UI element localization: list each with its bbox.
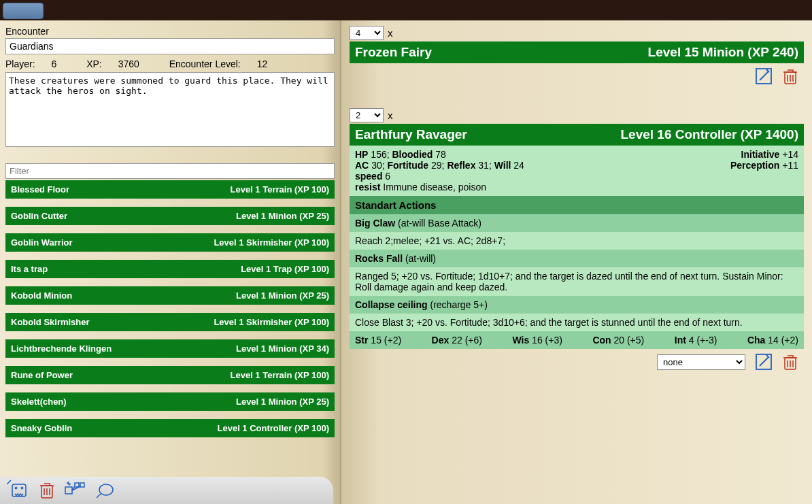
new-monster-icon[interactable] [7,480,30,501]
bottom-toolbar [0,477,333,504]
svg-rect-2 [65,487,72,494]
encounter-notes[interactable]: These creatures were summoned to guard t… [5,72,335,147]
creature2-qty-select[interactable]: 2 [350,108,384,122]
list-item[interactable]: Its a trapLevel 1 Trap (XP 100) [5,260,335,278]
edit-icon[interactable] [755,353,773,371]
list-item[interactable]: Kobold SkirmisherLevel 1 Skirmisher (XP … [5,313,335,331]
list-item[interactable]: Goblin CutterLevel 1 Minion (XP 25) [5,207,335,225]
encounter-label: Encounter [5,26,335,37]
creature1-name: Frozen Fairy [355,45,432,60]
action-row: Rocks Fall (at-will) [350,250,804,267]
delete-icon[interactable] [782,67,798,85]
search-icon[interactable] [94,480,116,501]
creature1-header: Frozen Fairy Level 15 Minion (XP 240) [350,41,804,63]
edit-icon[interactable] [755,67,773,85]
creature2-header: Earthfury Ravager Level 16 Controller (X… [350,124,804,146]
list-item[interactable]: Blessed FloorLevel 1 Terrain (XP 100) [5,180,335,199]
list-item[interactable]: Sneaky GoblinLevel 1 Controller (XP 100) [5,419,335,437]
left-page: Encounter Player: 6 XP: 3760 Encounter L… [0,20,340,504]
svg-rect-0 [12,484,26,497]
delete-icon[interactable] [782,353,798,371]
monster-list[interactable]: Blessed FloorLevel 1 Terrain (XP 100) Go… [5,180,335,466]
encounter-info-row: Player: 6 XP: 3760 Encounter Level: 12 [5,58,335,69]
theme-select[interactable]: none [657,354,745,370]
creature1-qty-select[interactable]: 4 [350,26,384,40]
layout-icon[interactable] [64,480,86,501]
book-container: Encounter Player: 6 XP: 3760 Encounter L… [0,20,812,504]
action-desc: Close Blast 3; +20 vs. Fortitude; 3d10+6… [350,314,804,331]
creature1-meta: Level 15 Minion (XP 240) [648,45,798,60]
action-desc: Ranged 5; +20 vs. Fortitude; 1d10+7; and… [350,267,804,296]
action-row: Collapse ceiling (recharge 5+) [350,296,804,314]
creature2-remove-button[interactable]: x [388,110,393,121]
creature2-meta: Level 16 Controller (XP 1400) [620,127,798,142]
list-item[interactable]: Rune of PowerLevel 1 Terrain (XP 100) [5,366,335,384]
creature2-stats: HP 156; Bloodied 78 AC 30; Fortitude 29;… [350,146,804,196]
svg-point-5 [99,484,113,495]
action-desc: Reach 2;melee; +21 vs. AC; 2d8+7; [350,232,804,250]
action-row: Big Claw (at-will Base Attack) [350,214,804,232]
right-page: 4 x Frozen Fairy Level 15 Minion (XP 240… [340,20,812,504]
ability-scores: Str 15 (+2) Dex 22 (+6) Wis 16 (+3) Con … [350,331,804,349]
creature1-remove-button[interactable]: x [388,27,393,39]
list-item[interactable]: Lichtbrechende KlingenLevel 1 Minion (XP… [5,339,335,358]
list-item[interactable]: Goblin WarriorLevel 1 Skirmisher (XP 100… [5,233,335,252]
filter-input[interactable] [5,163,335,179]
back-button[interactable] [3,3,44,19]
svg-rect-4 [80,483,84,487]
standard-actions-header: Standart Actions [350,196,804,214]
list-item[interactable]: Skelett(chen)Level 1 Minion (XP 25) [5,392,335,411]
creature2-name: Earthfury Ravager [355,127,467,142]
encounter-name-input[interactable] [5,38,335,54]
delete-icon[interactable] [38,480,56,501]
list-item[interactable]: Kobold MinionLevel 1 Minion (XP 25) [5,286,335,305]
svg-rect-3 [75,483,79,487]
